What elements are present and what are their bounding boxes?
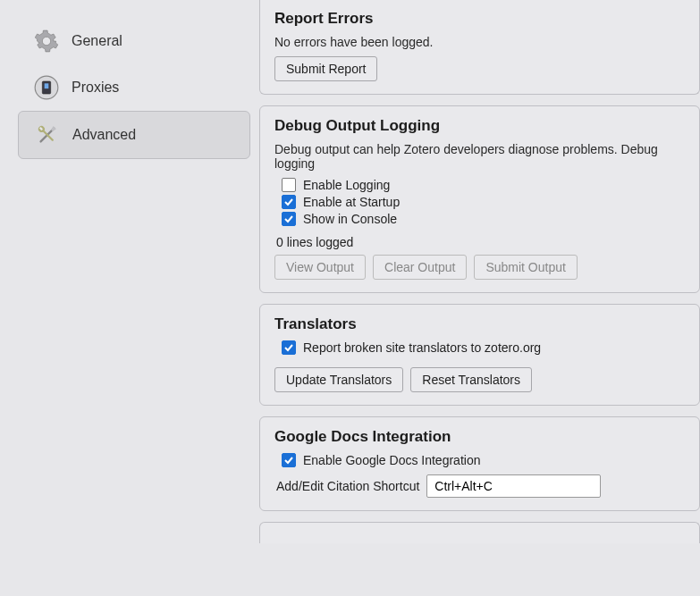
sidebar-item-label: Advanced xyxy=(72,127,136,143)
reset-translators-button[interactable]: Reset Translators xyxy=(410,367,532,392)
gear-icon xyxy=(34,29,59,54)
enable-logging-checkbox[interactable] xyxy=(282,178,296,192)
content-panel: Report Errors No errors have been logged… xyxy=(259,0,700,596)
sidebar: General Proxies xyxy=(0,0,259,596)
section-next-stub xyxy=(259,522,700,543)
enable-startup-row[interactable]: Enable at Startup xyxy=(282,195,685,209)
enable-logging-row[interactable]: Enable Logging xyxy=(282,178,685,192)
section-title: Report Errors xyxy=(274,10,685,28)
sidebar-item-proxies[interactable]: Proxies xyxy=(18,64,250,111)
svg-rect-2 xyxy=(45,83,49,88)
enable-gdocs-row[interactable]: Enable Google Docs Integration xyxy=(282,453,685,467)
sidebar-item-label: Proxies xyxy=(72,80,119,96)
update-translators-button[interactable]: Update Translators xyxy=(274,367,403,392)
debug-desc: Debug output can help Zotero developers … xyxy=(274,142,685,171)
submit-report-button[interactable]: Submit Report xyxy=(274,56,377,81)
lines-logged-text: 0 lines logged xyxy=(276,235,685,249)
show-console-row[interactable]: Show in Console xyxy=(282,212,685,226)
checkbox-label: Show in Console xyxy=(303,212,397,226)
submit-output-button[interactable]: Submit Output xyxy=(474,255,578,280)
enable-gdocs-checkbox[interactable] xyxy=(282,453,296,467)
sidebar-item-advanced[interactable]: Advanced xyxy=(18,111,250,159)
report-broken-checkbox[interactable] xyxy=(282,340,296,355)
section-debug-logging: Debug Output Logging Debug output can he… xyxy=(259,105,700,293)
checkbox-label: Enable Google Docs Integration xyxy=(303,453,480,467)
section-title: Translators xyxy=(274,315,685,333)
checkbox-label: Enable Logging xyxy=(303,178,390,192)
section-gdocs: Google Docs Integration Enable Google Do… xyxy=(259,416,700,511)
report-errors-status: No errors have been logged. xyxy=(274,35,685,49)
section-translators: Translators Report broken site translato… xyxy=(259,304,700,406)
shortcut-input[interactable] xyxy=(426,474,601,498)
view-output-button[interactable]: View Output xyxy=(274,255,366,280)
sidebar-item-label: General xyxy=(72,33,122,49)
checkbox-label: Enable at Startup xyxy=(303,195,400,209)
shortcut-label: Add/Edit Citation Shortcut xyxy=(276,479,419,493)
sidebar-item-general[interactable]: General xyxy=(18,18,250,64)
section-title: Debug Output Logging xyxy=(274,117,685,135)
report-broken-row[interactable]: Report broken site translators to zotero… xyxy=(282,340,685,355)
clear-output-button[interactable]: Clear Output xyxy=(373,255,467,280)
proxy-icon xyxy=(34,75,59,100)
show-console-checkbox[interactable] xyxy=(282,212,296,226)
checkbox-label: Report broken site translators to zotero… xyxy=(303,340,541,355)
tools-icon xyxy=(35,122,60,147)
section-title: Google Docs Integration xyxy=(274,428,685,446)
section-report-errors: Report Errors No errors have been logged… xyxy=(259,0,700,95)
enable-startup-checkbox[interactable] xyxy=(282,195,296,209)
